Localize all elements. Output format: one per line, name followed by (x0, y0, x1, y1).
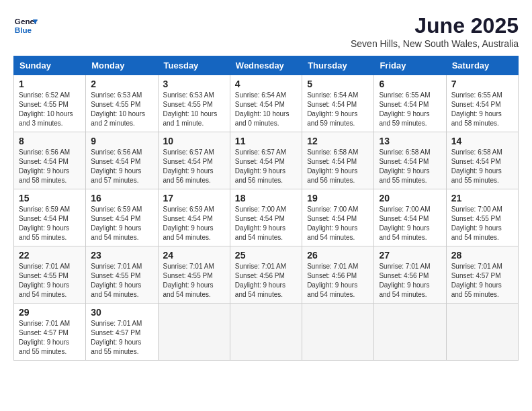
day-number: 19 (307, 193, 369, 203)
calendar-cell: 10Sunrise: 6:57 AM Sunset: 4:54 PM Dayli… (158, 132, 230, 189)
day-number: 24 (163, 250, 225, 261)
day-info: Sunrise: 6:59 AM Sunset: 4:54 PM Dayligh… (19, 205, 81, 242)
calendar-cell: 13Sunrise: 6:58 AM Sunset: 4:54 PM Dayli… (374, 132, 446, 189)
day-info: Sunrise: 6:54 AM Sunset: 4:54 PM Dayligh… (307, 91, 369, 128)
calendar-cell: 2Sunrise: 6:53 AM Sunset: 4:55 PM Daylig… (86, 75, 158, 132)
day-info: Sunrise: 6:58 AM Sunset: 4:54 PM Dayligh… (379, 148, 441, 185)
day-number: 1 (19, 79, 81, 89)
day-info: Sunrise: 7:00 AM Sunset: 4:55 PM Dayligh… (451, 205, 513, 242)
calendar-cell: 17Sunrise: 6:59 AM Sunset: 4:54 PM Dayli… (158, 189, 230, 246)
day-info: Sunrise: 6:56 AM Sunset: 4:54 PM Dayligh… (91, 148, 152, 185)
day-info: Sunrise: 6:57 AM Sunset: 4:54 PM Dayligh… (235, 148, 297, 185)
day-number: 18 (235, 193, 297, 203)
calendar-week-row: 22Sunrise: 7:01 AM Sunset: 4:55 PM Dayli… (14, 246, 519, 304)
calendar-cell: 29Sunrise: 7:01 AM Sunset: 4:57 PM Dayli… (14, 304, 86, 361)
day-info: Sunrise: 7:00 AM Sunset: 4:54 PM Dayligh… (235, 205, 297, 242)
calendar-cell: 30Sunrise: 7:01 AM Sunset: 4:57 PM Dayli… (86, 304, 158, 361)
day-number: 17 (163, 193, 225, 203)
calendar-cell: 26Sunrise: 7:01 AM Sunset: 4:56 PM Dayli… (302, 246, 374, 304)
svg-text:Blue: Blue (15, 26, 32, 34)
day-number: 30 (91, 307, 152, 318)
day-info: Sunrise: 6:58 AM Sunset: 4:54 PM Dayligh… (451, 148, 513, 185)
day-info: Sunrise: 7:01 AM Sunset: 4:57 PM Dayligh… (19, 319, 81, 357)
day-number: 13 (379, 136, 441, 146)
calendar-cell: 24Sunrise: 7:01 AM Sunset: 4:55 PM Dayli… (158, 246, 230, 304)
calendar-cell: 7Sunrise: 6:55 AM Sunset: 4:54 PM Daylig… (446, 75, 518, 132)
day-info: Sunrise: 6:52 AM Sunset: 4:55 PM Dayligh… (19, 91, 81, 128)
day-number: 16 (91, 193, 152, 203)
calendar-cell: 16Sunrise: 6:59 AM Sunset: 4:54 PM Dayli… (86, 189, 158, 246)
calendar-header-row: SundayMondayTuesdayWednesdayThursdayFrid… (14, 56, 519, 75)
calendar-cell: 15Sunrise: 6:59 AM Sunset: 4:54 PM Dayli… (14, 189, 86, 246)
weekday-header-friday: Friday (374, 56, 446, 75)
month-title: June 2025 (351, 13, 519, 38)
day-number: 25 (235, 250, 297, 261)
calendar-cell (446, 304, 518, 361)
day-info: Sunrise: 7:01 AM Sunset: 4:55 PM Dayligh… (19, 262, 81, 300)
day-number: 12 (307, 136, 369, 146)
calendar-week-row: 15Sunrise: 6:59 AM Sunset: 4:54 PM Dayli… (14, 189, 519, 246)
logo: General Blue (13, 13, 38, 38)
calendar-cell: 3Sunrise: 6:53 AM Sunset: 4:55 PM Daylig… (158, 75, 230, 132)
day-info: Sunrise: 7:01 AM Sunset: 4:55 PM Dayligh… (163, 262, 225, 300)
day-number: 28 (451, 250, 513, 261)
weekday-header-monday: Monday (86, 56, 158, 75)
day-number: 20 (379, 193, 441, 203)
calendar-cell: 22Sunrise: 7:01 AM Sunset: 4:55 PM Dayli… (14, 246, 86, 304)
calendar-cell (158, 304, 230, 361)
day-info: Sunrise: 6:54 AM Sunset: 4:54 PM Dayligh… (235, 91, 297, 128)
day-number: 22 (19, 250, 81, 261)
day-info: Sunrise: 6:59 AM Sunset: 4:54 PM Dayligh… (163, 205, 225, 242)
calendar-cell: 18Sunrise: 7:00 AM Sunset: 4:54 PM Dayli… (230, 189, 302, 246)
calendar-cell: 4Sunrise: 6:54 AM Sunset: 4:54 PM Daylig… (230, 75, 302, 132)
day-info: Sunrise: 7:00 AM Sunset: 4:54 PM Dayligh… (307, 205, 369, 242)
day-info: Sunrise: 7:01 AM Sunset: 4:57 PM Dayligh… (91, 319, 152, 357)
weekday-header-thursday: Thursday (302, 56, 374, 75)
calendar-cell: 9Sunrise: 6:56 AM Sunset: 4:54 PM Daylig… (86, 132, 158, 189)
weekday-header-tuesday: Tuesday (158, 56, 230, 75)
calendar-week-row: 29Sunrise: 7:01 AM Sunset: 4:57 PM Dayli… (14, 304, 519, 361)
day-number: 11 (235, 136, 297, 146)
calendar-cell: 11Sunrise: 6:57 AM Sunset: 4:54 PM Dayli… (230, 132, 302, 189)
day-info: Sunrise: 7:01 AM Sunset: 4:55 PM Dayligh… (91, 262, 152, 300)
day-info: Sunrise: 6:59 AM Sunset: 4:54 PM Dayligh… (91, 205, 152, 242)
calendar-cell (374, 304, 446, 361)
day-info: Sunrise: 6:55 AM Sunset: 4:54 PM Dayligh… (379, 91, 441, 128)
day-number: 5 (307, 79, 369, 89)
day-number: 3 (163, 79, 225, 89)
day-number: 8 (19, 136, 81, 146)
calendar-cell (302, 304, 374, 361)
day-info: Sunrise: 6:58 AM Sunset: 4:54 PM Dayligh… (307, 148, 369, 185)
calendar-cell: 25Sunrise: 7:01 AM Sunset: 4:56 PM Dayli… (230, 246, 302, 304)
weekday-header-wednesday: Wednesday (230, 56, 302, 75)
calendar-cell: 28Sunrise: 7:01 AM Sunset: 4:57 PM Dayli… (446, 246, 518, 304)
calendar-cell: 1Sunrise: 6:52 AM Sunset: 4:55 PM Daylig… (14, 75, 86, 132)
day-info: Sunrise: 7:01 AM Sunset: 4:57 PM Dayligh… (451, 262, 513, 300)
calendar-cell: 23Sunrise: 7:01 AM Sunset: 4:55 PM Dayli… (86, 246, 158, 304)
day-number: 27 (379, 250, 441, 261)
day-number: 26 (307, 250, 369, 261)
day-info: Sunrise: 6:53 AM Sunset: 4:55 PM Dayligh… (91, 91, 152, 128)
calendar-cell: 5Sunrise: 6:54 AM Sunset: 4:54 PM Daylig… (302, 75, 374, 132)
calendar-cell: 12Sunrise: 6:58 AM Sunset: 4:54 PM Dayli… (302, 132, 374, 189)
calendar-cell: 20Sunrise: 7:00 AM Sunset: 4:54 PM Dayli… (374, 189, 446, 246)
calendar-cell: 21Sunrise: 7:00 AM Sunset: 4:55 PM Dayli… (446, 189, 518, 246)
day-number: 7 (451, 79, 513, 89)
calendar-cell: 27Sunrise: 7:01 AM Sunset: 4:56 PM Dayli… (374, 246, 446, 304)
day-number: 9 (91, 136, 152, 146)
day-number: 6 (379, 79, 441, 89)
calendar-cell: 8Sunrise: 6:56 AM Sunset: 4:54 PM Daylig… (14, 132, 86, 189)
location-title: Seven Hills, New South Wales, Australia (351, 38, 519, 49)
day-number: 10 (163, 136, 225, 146)
day-info: Sunrise: 7:00 AM Sunset: 4:54 PM Dayligh… (379, 205, 441, 242)
weekday-header-sunday: Sunday (14, 56, 86, 75)
calendar-cell: 19Sunrise: 7:00 AM Sunset: 4:54 PM Dayli… (302, 189, 374, 246)
day-info: Sunrise: 6:56 AM Sunset: 4:54 PM Dayligh… (19, 148, 81, 185)
day-info: Sunrise: 7:01 AM Sunset: 4:56 PM Dayligh… (307, 262, 369, 300)
calendar-cell: 6Sunrise: 6:55 AM Sunset: 4:54 PM Daylig… (374, 75, 446, 132)
weekday-header-saturday: Saturday (446, 56, 518, 75)
logo-icon: General Blue (13, 13, 38, 38)
day-number: 2 (91, 79, 152, 89)
calendar-table: SundayMondayTuesdayWednesdayThursdayFrid… (13, 56, 519, 361)
day-number: 23 (91, 250, 152, 261)
